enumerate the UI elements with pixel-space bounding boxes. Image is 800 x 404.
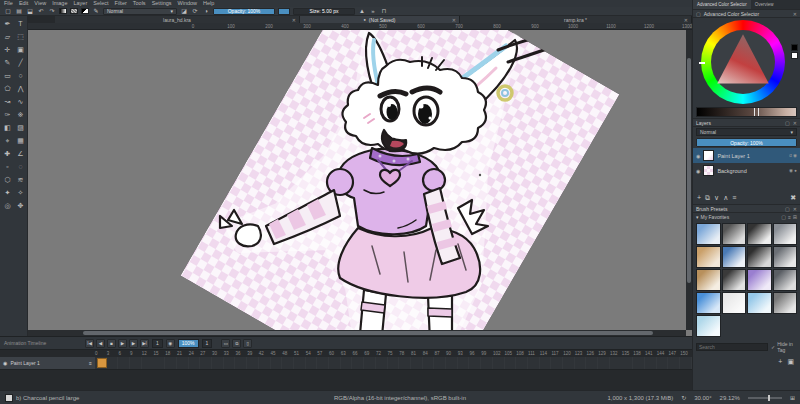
multibrush-tool-icon[interactable]: ※ xyxy=(14,108,27,121)
hue-ring[interactable] xyxy=(701,20,785,104)
rect-select-tool-icon[interactable]: ▫ xyxy=(1,160,14,173)
polygon-select-tool-icon[interactable]: ⬡ xyxy=(1,173,14,186)
reload-preset-icon[interactable]: ⟳ xyxy=(191,7,199,15)
add-preset-button[interactable]: + xyxy=(778,358,782,366)
grid-view-icon[interactable]: ⊞ xyxy=(793,214,797,220)
tab-overview[interactable]: Overview xyxy=(751,0,778,9)
foreground-background-colors-chip[interactable] xyxy=(81,8,89,14)
fullscreen-icon[interactable]: ⊞ xyxy=(790,394,795,401)
contiguous-select-tool-icon[interactable]: ✦ xyxy=(1,186,14,199)
brush-preset-thumbnail[interactable] xyxy=(747,223,772,245)
brush-preset-thumbnail[interactable] xyxy=(722,223,747,245)
close-icon[interactable]: ✕ xyxy=(292,17,296,23)
next-frame-button[interactable]: ▶ xyxy=(129,339,138,348)
current-frame-spinbox[interactable]: 1 xyxy=(152,339,163,348)
canvas-rotation-value[interactable]: 30.00° xyxy=(694,395,711,401)
ellipse-select-tool-icon[interactable]: ◌ xyxy=(14,160,27,173)
visibility-eye-icon[interactable]: ◉ xyxy=(696,153,700,159)
close-icon[interactable]: ✕ xyxy=(793,206,797,212)
brush-preset-thumbnail[interactable] xyxy=(696,292,721,314)
brush-preset-thumbnail[interactable] xyxy=(747,246,772,268)
layer-menu-icon[interactable]: ≡ xyxy=(89,360,92,366)
brush-preset-thumbnail[interactable] xyxy=(722,292,747,314)
layer-opacity-slider[interactable]: Opacity: 100% xyxy=(696,138,797,147)
copy-frame-button[interactable]: ⧉ xyxy=(232,339,241,348)
move-layer-down-button[interactable]: ∨ xyxy=(714,194,719,202)
brush-preset-thumbnail[interactable] xyxy=(722,269,747,291)
redo-icon[interactable]: ↷ xyxy=(48,7,56,15)
brush-preset-thumbnail[interactable] xyxy=(747,292,772,314)
zoom-slider-handle[interactable] xyxy=(768,395,770,401)
brush-preset-thumbnail[interactable] xyxy=(696,269,721,291)
similar-select-tool-icon[interactable]: ✧ xyxy=(14,186,27,199)
new-frame-button[interactable]: ▭ xyxy=(221,339,230,348)
calligraphy-tool-icon[interactable]: ✒ xyxy=(1,17,14,30)
menu-item[interactable]: Help xyxy=(203,0,214,7)
freehand-path-tool-icon[interactable]: ∿ xyxy=(14,95,27,108)
zoom-value[interactable]: 29.12% xyxy=(720,395,740,401)
docker-float-icon[interactable]: ▢ xyxy=(696,11,701,17)
brush-preset-thumbnail[interactable] xyxy=(773,292,798,314)
line-tool-icon[interactable]: ╱ xyxy=(14,56,27,69)
scrollbar-handle[interactable] xyxy=(687,58,691,283)
layer-badges[interactable]: α ◉ xyxy=(789,153,797,158)
skip-to-end-button[interactable]: ▶I xyxy=(140,339,149,348)
save-document-icon[interactable]: ⬓ xyxy=(26,7,34,15)
ellipse-tool-icon[interactable]: ○ xyxy=(14,69,27,82)
color-sampler-tool-icon[interactable]: ⌖ xyxy=(1,134,14,147)
timeline-layer-header[interactable]: ◉ Paint Layer 1 ≡ xyxy=(0,357,95,369)
menu-item[interactable]: View xyxy=(34,0,46,7)
menu-item[interactable]: Layer xyxy=(73,0,87,7)
history-swatch[interactable] xyxy=(791,44,798,51)
timeline-frames-track[interactable] xyxy=(95,357,692,369)
crop-tool-icon[interactable]: ▣ xyxy=(14,43,27,56)
freehand-brush-tool-icon[interactable]: ✎ xyxy=(1,56,14,69)
history-swatch[interactable] xyxy=(791,52,798,59)
overwrite-preset-button[interactable]: ▣ xyxy=(787,358,794,366)
playback-speed-box[interactable]: 100% xyxy=(178,339,199,348)
layer-row[interactable]: ◉ Paint Layer 1 α ◉ xyxy=(693,148,800,163)
tab-advanced-color-selector[interactable]: Advanced Color Selector xyxy=(693,0,751,9)
brush-preset-thumbnail[interactable] xyxy=(696,246,721,268)
brush-tag-dropdown[interactable]: ▾ My Favorites xyxy=(696,214,779,220)
transform-tool-icon[interactable]: ⬚ xyxy=(14,30,27,43)
move-layer-up-button[interactable]: ∧ xyxy=(723,194,728,202)
layer-row[interactable]: ◉ Background ◉ ● xyxy=(693,163,800,178)
zoom-slider[interactable] xyxy=(748,397,782,399)
undo-icon[interactable]: ↶ xyxy=(37,7,45,15)
docker-float-icon[interactable]: ▢ xyxy=(785,120,790,126)
edit-shapes-tool-icon[interactable]: ▱ xyxy=(1,30,14,43)
play-button[interactable]: ▶ xyxy=(118,339,127,348)
document-tab[interactable]: ramp.kra * ✕ xyxy=(460,16,692,23)
stop-button[interactable]: ■ xyxy=(107,339,116,348)
scrollbar-handle[interactable] xyxy=(83,331,653,335)
open-document-icon[interactable]: ▤ xyxy=(15,7,23,15)
polygon-tool-icon[interactable]: ⬠ xyxy=(1,82,14,95)
pan-tool-icon[interactable]: ✥ xyxy=(14,199,27,212)
flow-mini-slider[interactable] xyxy=(278,8,290,15)
close-icon[interactable]: ✕ xyxy=(452,17,456,23)
pattern-edit-tool-icon[interactable]: ▦ xyxy=(14,134,27,147)
duplicate-layer-button[interactable]: ⧉ xyxy=(705,194,710,202)
brush-preset-thumbnail[interactable] xyxy=(747,269,772,291)
close-icon[interactable]: ✕ xyxy=(793,11,797,17)
gradient-tool-icon[interactable]: ▨ xyxy=(14,121,27,134)
brush-search-input[interactable] xyxy=(696,343,768,351)
visibility-eye-icon[interactable]: ◉ xyxy=(696,168,700,174)
pattern-chooser-chip[interactable] xyxy=(70,8,78,14)
menu-item[interactable]: Edit xyxy=(19,0,28,7)
alpha-lock-icon[interactable]: ▲ xyxy=(358,7,366,15)
hide-in-tag-checkbox[interactable]: ✓ Hide in Tag xyxy=(771,341,797,353)
text-tool-icon[interactable]: T xyxy=(14,17,27,30)
eraser-mode-icon[interactable]: ◪ xyxy=(180,7,188,15)
remove-frame-button[interactable]: ▯ xyxy=(243,339,252,348)
size-slider[interactable]: Size: 5.00 px xyxy=(293,8,355,15)
blend-mode-dropdown[interactable]: Normal ▾ xyxy=(103,8,177,15)
timeline-empty-area[interactable] xyxy=(0,369,692,391)
menu-item[interactable]: Image xyxy=(52,0,67,7)
document-tab[interactable]: ● (Not Saved) ✕ xyxy=(300,16,460,23)
snap-icon[interactable]: ⊓ xyxy=(380,7,388,15)
list-view-icon[interactable]: ≡ xyxy=(788,214,791,220)
display-mode-icon[interactable]: ▢ xyxy=(781,214,786,220)
document-tab[interactable]: laura_hd.kra ✕ xyxy=(55,16,300,23)
